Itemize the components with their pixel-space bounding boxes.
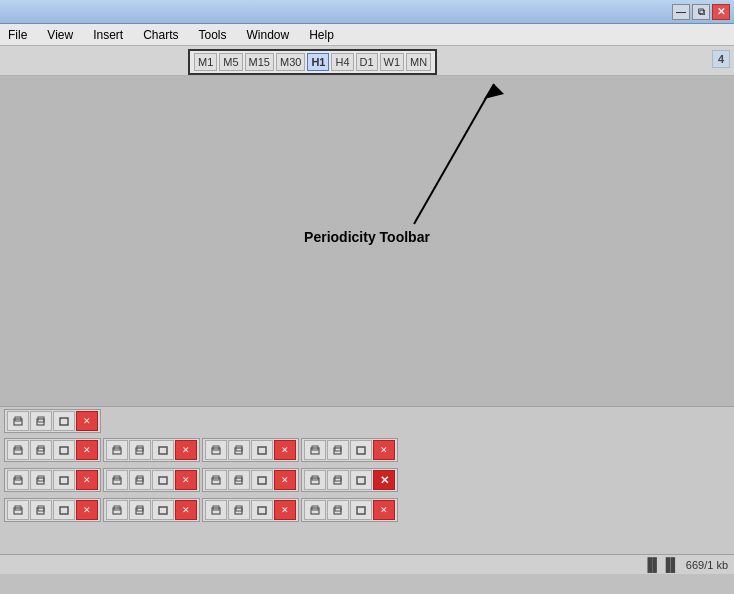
- menu-bar: File View Insert Charts Tools Window Hel…: [0, 24, 734, 46]
- win-maximize-3b[interactable]: [152, 470, 174, 490]
- win-maximize-2b[interactable]: [152, 440, 174, 460]
- svg-marker-1: [484, 84, 504, 99]
- win-close-2b[interactable]: ✕: [175, 440, 197, 460]
- win-group-3b: ✕: [103, 468, 200, 492]
- svg-rect-41: [258, 477, 266, 484]
- svg-rect-26: [357, 447, 365, 454]
- win-maximize-4a[interactable]: [53, 500, 75, 520]
- restore-button[interactable]: ⧉: [692, 4, 710, 20]
- period-h4[interactable]: H4: [331, 53, 353, 71]
- menu-insert[interactable]: Insert: [89, 26, 127, 44]
- win-restore-4c[interactable]: [228, 500, 250, 520]
- win-maximize-4d[interactable]: [350, 500, 372, 520]
- svg-rect-51: [60, 507, 68, 514]
- menu-window[interactable]: Window: [243, 26, 294, 44]
- menu-view[interactable]: View: [43, 26, 77, 44]
- window-row-1: ✕: [0, 407, 734, 435]
- win-restore-2c[interactable]: [228, 440, 250, 460]
- win-icon-4a[interactable]: [7, 500, 29, 520]
- period-m30[interactable]: M30: [276, 53, 305, 71]
- svg-rect-56: [159, 507, 167, 514]
- svg-rect-6: [60, 418, 68, 425]
- win-maximize-2a[interactable]: [53, 440, 75, 460]
- svg-rect-31: [60, 477, 68, 484]
- win-maximize-2d[interactable]: [350, 440, 372, 460]
- annotation-arrow: [404, 74, 624, 234]
- win-icon-2d[interactable]: [304, 440, 326, 460]
- win-restore-4b[interactable]: [129, 500, 151, 520]
- window-row-3: ✕ ✕ ✕ ✕: [0, 465, 734, 495]
- win-maximize-3c[interactable]: [251, 470, 273, 490]
- period-w1[interactable]: W1: [380, 53, 405, 71]
- toolbar-area: M1 M5 M15 M30 H1 H4 D1 W1 MN 4: [0, 46, 734, 76]
- win-close-2d[interactable]: ✕: [373, 440, 395, 460]
- win-maximize-4c[interactable]: [251, 500, 273, 520]
- win-group-1: ✕: [4, 409, 101, 433]
- win-maximize-3a[interactable]: [53, 470, 75, 490]
- svg-line-0: [414, 84, 494, 224]
- period-mn[interactable]: MN: [406, 53, 431, 71]
- win-maximize-2c[interactable]: [251, 440, 273, 460]
- win-close-4b[interactable]: ✕: [175, 500, 197, 520]
- win-restore-2a[interactable]: [30, 440, 52, 460]
- win-group-3a: ✕: [4, 468, 101, 492]
- win-group-4b: ✕: [103, 498, 200, 522]
- win-icon-2c[interactable]: [205, 440, 227, 460]
- win-maximize-3d[interactable]: [350, 470, 372, 490]
- win-group-4a: ✕: [4, 498, 101, 522]
- period-m15[interactable]: M15: [245, 53, 274, 71]
- win-icon-3a[interactable]: [7, 470, 29, 490]
- svg-rect-16: [159, 447, 167, 454]
- svg-rect-46: [357, 477, 365, 484]
- win-icon-3b[interactable]: [106, 470, 128, 490]
- win-restore-3c[interactable]: [228, 470, 250, 490]
- win-close-3c[interactable]: ✕: [274, 470, 296, 490]
- win-icon-2b[interactable]: [106, 440, 128, 460]
- menu-tools[interactable]: Tools: [195, 26, 231, 44]
- annotation: Periodicity Toolbar: [304, 229, 430, 253]
- win-close-2a[interactable]: ✕: [76, 440, 98, 460]
- win-close-4a[interactable]: ✕: [76, 500, 98, 520]
- period-d1[interactable]: D1: [356, 53, 378, 71]
- win-icon-3d[interactable]: [304, 470, 326, 490]
- win-icon-1[interactable]: [7, 411, 29, 431]
- svg-rect-61: [258, 507, 266, 514]
- win-close-3a[interactable]: ✕: [76, 470, 98, 490]
- status-bars-icon: ▐▌▐▌: [643, 557, 680, 572]
- menu-help[interactable]: Help: [305, 26, 338, 44]
- win-group-3c: ✕: [202, 468, 299, 492]
- win-restore-2b[interactable]: [129, 440, 151, 460]
- minimize-button[interactable]: —: [672, 4, 690, 20]
- win-group-4d: ✕: [301, 498, 398, 522]
- status-bar: ▐▌▐▌ 669/1 kb: [0, 554, 734, 574]
- win-maximize-1[interactable]: [53, 411, 75, 431]
- win-close-2c[interactable]: ✕: [274, 440, 296, 460]
- win-icon-4c[interactable]: [205, 500, 227, 520]
- win-icon-3c[interactable]: [205, 470, 227, 490]
- period-h1[interactable]: H1: [307, 53, 329, 71]
- period-m1[interactable]: M1: [194, 53, 217, 71]
- win-icon-4d[interactable]: [304, 500, 326, 520]
- win-restore-3b[interactable]: [129, 470, 151, 490]
- svg-rect-21: [258, 447, 266, 454]
- win-restore-3d[interactable]: [327, 470, 349, 490]
- win-close-3d-active[interactable]: ✕: [373, 470, 395, 490]
- window-row-2: ✕ ✕ ✕ ✕: [0, 435, 734, 465]
- status-size-label: 669/1 kb: [686, 559, 728, 571]
- menu-charts[interactable]: Charts: [139, 26, 182, 44]
- win-close-4d[interactable]: ✕: [373, 500, 395, 520]
- win-restore-3a[interactable]: [30, 470, 52, 490]
- win-restore-4d[interactable]: [327, 500, 349, 520]
- close-button[interactable]: ✕: [712, 4, 730, 20]
- menu-file[interactable]: File: [4, 26, 31, 44]
- win-restore-2d[interactable]: [327, 440, 349, 460]
- win-icon-4b[interactable]: [106, 500, 128, 520]
- win-maximize-4b[interactable]: [152, 500, 174, 520]
- period-m5[interactable]: M5: [219, 53, 242, 71]
- win-restore-1[interactable]: [30, 411, 52, 431]
- win-close-1[interactable]: ✕: [76, 411, 98, 431]
- win-icon-2a[interactable]: [7, 440, 29, 460]
- win-close-3b[interactable]: ✕: [175, 470, 197, 490]
- win-close-4c[interactable]: ✕: [274, 500, 296, 520]
- win-restore-4a[interactable]: [30, 500, 52, 520]
